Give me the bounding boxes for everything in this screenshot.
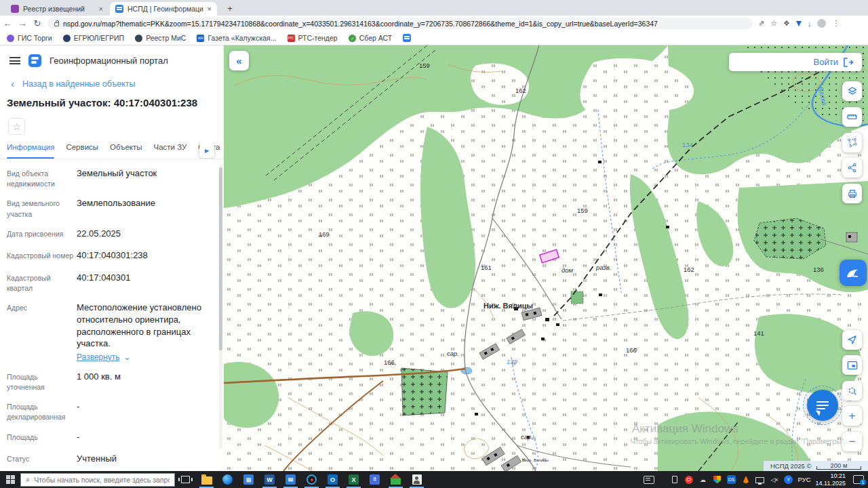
- layers-button[interactable]: [842, 81, 862, 101]
- new-tab-button[interactable]: +: [224, 3, 236, 15]
- search-on-map-button[interactable]: [842, 381, 862, 401]
- mail-button[interactable]: ✉: [280, 471, 301, 488]
- expand-link[interactable]: Развернуть⌄: [77, 352, 217, 363]
- portrait-app-button[interactable]: [406, 471, 427, 488]
- map-canvas[interactable]: 159162134159169161домразв.162136Ниж. Вял…: [224, 45, 868, 471]
- bookmark-gazeta[interactable]: КНГазета «Калужская...: [197, 34, 276, 42]
- notification-center-icon[interactable]: 1: [853, 475, 864, 484]
- field-row: Кадастровый номер 40:17:040301:238: [7, 249, 217, 264]
- outlook-button[interactable]: O: [322, 471, 343, 488]
- measure-button[interactable]: [842, 107, 862, 127]
- browser-tab-registry[interactable]: Реестр извещений ×: [5, 2, 108, 16]
- flask-extension-icon[interactable]: [796, 21, 802, 26]
- edge-button[interactable]: [217, 471, 238, 488]
- usb-icon[interactable]: [670, 475, 679, 485]
- map-label: 162: [684, 266, 694, 273]
- ruler-icon: [846, 111, 858, 123]
- overview-map-button[interactable]: [842, 355, 862, 375]
- defender-shield-icon[interactable]: [713, 475, 722, 485]
- map-label: разв.: [595, 264, 611, 271]
- zoom-out-button[interactable]: −: [842, 432, 862, 451]
- share-icon[interactable]: ⇗: [758, 19, 764, 28]
- address-bar[interactable]: nspd.gov.ru/map?thematic=PKK&zoom=15.171…: [47, 18, 753, 29]
- close-icon[interactable]: ×: [99, 5, 103, 13]
- collapse-panel-button[interactable]: «: [229, 51, 249, 70]
- assistant-dock-button[interactable]: [840, 260, 867, 286]
- tab-services[interactable]: Сервисы: [66, 143, 98, 159]
- scrollbar-thumb[interactable]: [219, 167, 222, 350]
- nspd-logo-icon[interactable]: [28, 54, 41, 67]
- back-to-results-link[interactable]: ‹ Назад в найденные объекты: [0, 67, 224, 89]
- extension-icon[interactable]: ❖: [783, 19, 790, 28]
- bookmark-label: Газета «Калужская...: [208, 34, 276, 42]
- recorder-button[interactable]: [301, 471, 322, 488]
- print-button[interactable]: [842, 184, 862, 203]
- zoom-in-button[interactable]: +: [842, 406, 862, 426]
- forward-icon[interactable]: →: [15, 18, 30, 28]
- back-icon[interactable]: ←: [0, 18, 15, 28]
- map-label: 166: [626, 346, 637, 354]
- my-location-button[interactable]: [842, 330, 862, 350]
- cloud-icon[interactable]: ☁: [698, 475, 708, 485]
- network-icon[interactable]: [755, 475, 765, 485]
- chat-button[interactable]: [807, 390, 838, 421]
- windows-logo-icon: [6, 475, 15, 484]
- time-text: 10:21: [830, 472, 846, 479]
- minus-icon: −: [849, 435, 856, 449]
- bookmark-reestr-mis[interactable]: Реестр МиС: [135, 34, 186, 42]
- bookmark-sber-ast[interactable]: ✓Сбер АСТ: [349, 34, 393, 42]
- field-label: Площадь уточненная: [7, 371, 77, 392]
- opera-icon[interactable]: O: [684, 475, 694, 485]
- file-explorer-button[interactable]: [196, 471, 217, 488]
- task-view-button[interactable]: [175, 471, 196, 488]
- download-icon[interactable]: ↓: [808, 20, 812, 28]
- panel-scrollbar[interactable]: [219, 164, 222, 449]
- ds-app-icon[interactable]: DS: [727, 475, 736, 485]
- share-button[interactable]: [842, 158, 862, 178]
- taskbar-search[interactable]: ⌕: [20, 473, 175, 487]
- flame-icon[interactable]: [741, 475, 751, 485]
- plus-icon: +: [849, 409, 856, 423]
- tabs-next-button[interactable]: ▶: [199, 143, 214, 158]
- map-label: сар.: [447, 350, 459, 357]
- tab-parts[interactable]: Части ЗУ: [154, 143, 187, 159]
- field-label: Площадь: [7, 431, 77, 445]
- map-label: 166,: [384, 359, 397, 366]
- browser-toolbar: ← → ↻ nspd.gov.ru/map?thematic=PKK&zoom=…: [0, 16, 868, 31]
- login-button[interactable]: Войти: [729, 53, 862, 71]
- tab-objects[interactable]: Объекты: [110, 143, 142, 159]
- browser-chrome: Реестр извещений × НСПД | Геоинформацион…: [0, 0, 868, 45]
- field-row: Площадь уточненная 1 000 кв. м: [7, 371, 217, 392]
- select-area-button[interactable]: [842, 133, 862, 152]
- favorite-star-button[interactable]: ☆: [8, 118, 25, 135]
- calculator-button[interactable]: ⠿: [364, 471, 385, 488]
- reload-icon[interactable]: ↻: [30, 18, 45, 28]
- bookmark-favicon: ✓: [349, 35, 356, 42]
- word-button[interactable]: W: [259, 471, 280, 488]
- field-label: Вид земельного участка: [7, 197, 77, 219]
- close-icon[interactable]: ×: [208, 5, 212, 13]
- browser-tab-nspd[interactable]: НСПД | Геоинформационный п ×: [110, 2, 217, 16]
- start-button[interactable]: [0, 471, 20, 488]
- profile-avatar[interactable]: [817, 19, 826, 28]
- bookmark-label: ЕГРЮЛ/ЕГРИП: [74, 34, 124, 42]
- bookmark-gis-torgi[interactable]: ГИС Торги: [7, 34, 52, 42]
- volume-muted-icon[interactable]: ◁×: [770, 475, 779, 485]
- y-app-icon[interactable]: Y: [784, 475, 793, 485]
- search-input[interactable]: [34, 476, 170, 484]
- tab-strip: Реестр извещений × НСПД | Геоинформацион…: [0, 0, 868, 16]
- bookmark-doc-favicon[interactable]: [403, 34, 411, 42]
- bookmark-rts[interactable]: РТСРТС-тендер: [288, 34, 338, 42]
- store-button[interactable]: ⊞: [238, 471, 259, 488]
- home-app-button[interactable]: [385, 471, 406, 488]
- menu-dots-icon[interactable]: ⋮: [832, 19, 840, 28]
- bookmark-egrul[interactable]: ЕГРЮЛ/ЕГРИП: [63, 34, 124, 42]
- bookmark-star-icon[interactable]: ☆: [770, 19, 777, 28]
- tab-information[interactable]: Информация: [7, 143, 54, 159]
- excel-button[interactable]: X: [343, 471, 364, 488]
- clock[interactable]: 10:21 14.11.2025: [816, 472, 846, 487]
- url-text[interactable]: nspd.gov.ru/map?thematic=PKK&zoom=15.171…: [63, 20, 746, 28]
- menu-icon[interactable]: [9, 57, 20, 64]
- widgets-icon[interactable]: [644, 476, 654, 484]
- language-indicator[interactable]: РУС: [798, 476, 811, 483]
